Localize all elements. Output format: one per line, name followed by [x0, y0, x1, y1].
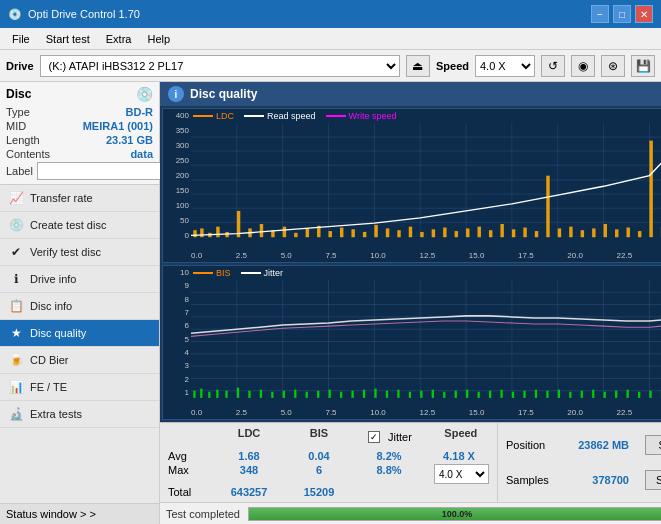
jitter-label: Jitter [388, 431, 412, 443]
progress-track: 100.0% [248, 507, 661, 521]
sidebar-item-cd-bier[interactable]: 🍺 CD Bier [0, 347, 159, 374]
stats-area: LDC BIS ✓ Jitter Speed Avg 1.68 0.04 8.2… [160, 422, 661, 502]
samples-value: 378700 [592, 474, 629, 486]
content-area: i Disc quality LDC Read speed [160, 82, 661, 524]
svg-rect-33 [351, 229, 354, 237]
max-jitter: 8.8% [364, 464, 414, 484]
svg-rect-35 [374, 225, 377, 237]
status-window[interactable]: Status window > > [0, 503, 159, 524]
sidebar-item-verify-test-disc[interactable]: ✔ Verify test disc [0, 239, 159, 266]
svg-rect-49 [535, 231, 538, 237]
disc-panel: Disc 💿 Type BD-R MID MEIRA1 (001) Length… [0, 82, 159, 185]
progress-fill: 100.0% [249, 508, 661, 520]
chart2-legend: BIS Jitter [193, 268, 283, 278]
svg-rect-98 [340, 392, 342, 398]
sidebar-item-disc-info[interactable]: 📋 Disc info [0, 293, 159, 320]
svg-rect-116 [546, 391, 548, 398]
svg-rect-123 [626, 390, 628, 398]
eject-button[interactable]: ⏏ [406, 55, 430, 77]
drive-select[interactable]: (K:) ATAPI iHBS312 2 PL17 [40, 55, 400, 77]
svg-rect-112 [500, 390, 502, 398]
svg-rect-107 [443, 392, 445, 398]
label-input[interactable] [37, 162, 170, 180]
svg-rect-54 [592, 228, 595, 237]
menu-file[interactable]: File [4, 31, 38, 47]
label-key: Label [6, 165, 33, 177]
svg-rect-105 [420, 391, 422, 398]
svg-rect-101 [374, 389, 376, 398]
max-bis: 6 [294, 464, 344, 484]
sidebar-item-create-test-disc[interactable]: 💿 Create test disc [0, 212, 159, 239]
disc-quality-icon: ★ [8, 325, 24, 341]
start-full-button[interactable]: Start full [645, 435, 661, 455]
bis-header: BIS [294, 427, 344, 445]
svg-rect-21 [216, 227, 219, 238]
svg-rect-106 [432, 390, 434, 398]
sidebar-item-fe-te[interactable]: 📊 FE / TE [0, 374, 159, 401]
sidebar-item-label: Verify test disc [30, 246, 101, 258]
length-value: 23.31 GB [106, 134, 153, 146]
titlebar: 💿 Opti Drive Control 1.70 − □ ✕ [0, 0, 661, 28]
svg-rect-32 [340, 228, 343, 238]
save-button[interactable]: 💾 [631, 55, 655, 77]
svg-rect-29 [306, 228, 309, 237]
drive-info-icon: ℹ [8, 271, 24, 287]
drivebar: Drive (K:) ATAPI iHBS312 2 PL17 ⏏ Speed … [0, 50, 661, 82]
contents-label: Contents [6, 148, 50, 160]
sidebar-item-disc-quality[interactable]: ★ Disc quality [0, 320, 159, 347]
avg-jitter: 8.2% [364, 450, 414, 462]
menu-help[interactable]: Help [139, 31, 178, 47]
minimize-button[interactable]: − [591, 5, 609, 23]
mid-label: MID [6, 120, 26, 132]
svg-rect-92 [271, 392, 273, 398]
sidebar-item-label: CD Bier [30, 354, 69, 366]
disc-section-label: Disc [6, 87, 31, 101]
fe-te-icon: 📊 [8, 379, 24, 395]
menu-extra[interactable]: Extra [98, 31, 140, 47]
max-ldc: 348 [224, 464, 274, 484]
progress-label: 100.0% [442, 509, 473, 519]
speed-select-stats[interactable]: 4.0 X [434, 464, 489, 484]
charts-container: LDC Read speed Write speed 4003503002502… [160, 106, 661, 422]
sidebar-item-label: Disc quality [30, 327, 86, 339]
svg-rect-125 [649, 391, 651, 398]
legend-bis: BIS [193, 268, 231, 278]
jitter-checkbox[interactable]: ✓ [368, 431, 380, 443]
svg-rect-45 [489, 230, 492, 237]
sidebar-item-extra-tests[interactable]: 🔬 Extra tests [0, 401, 159, 428]
status-window-label: Status window > > [6, 508, 96, 520]
svg-rect-91 [260, 390, 262, 398]
disc-quality-header: i Disc quality [160, 82, 661, 106]
svg-rect-40 [432, 229, 435, 237]
svg-rect-99 [351, 391, 353, 398]
speed-select[interactable]: 4.0 X [475, 55, 535, 77]
svg-rect-120 [592, 390, 594, 398]
svg-rect-87 [216, 390, 218, 398]
maximize-button[interactable]: □ [613, 5, 631, 23]
length-label: Length [6, 134, 40, 146]
svg-rect-121 [604, 392, 606, 398]
settings-button[interactable]: ⊛ [601, 55, 625, 77]
svg-rect-44 [478, 227, 481, 238]
legend-write-speed: Write speed [326, 111, 397, 121]
sidebar-item-drive-info[interactable]: ℹ Drive info [0, 266, 159, 293]
app-title: Opti Drive Control 1.70 [28, 8, 140, 20]
chart2-x-axis: 0.02.55.07.510.012.515.017.520.022.525.0… [191, 408, 661, 417]
svg-rect-119 [581, 391, 583, 398]
close-button[interactable]: ✕ [635, 5, 653, 23]
svg-rect-56 [615, 229, 618, 237]
svg-rect-84 [193, 391, 195, 398]
position-label: Position [506, 439, 545, 451]
sidebar-item-transfer-rate[interactable]: 📈 Transfer rate [0, 185, 159, 212]
sidebar-item-label: Extra tests [30, 408, 82, 420]
record-button[interactable]: ◉ [571, 55, 595, 77]
start-part-button[interactable]: Start part [645, 470, 661, 490]
chart1-x-axis: 0.02.55.07.510.012.515.017.520.022.525.0… [191, 251, 661, 260]
svg-rect-110 [478, 392, 480, 398]
sidebar-item-label: Drive info [30, 273, 76, 285]
type-value: BD-R [126, 106, 154, 118]
transfer-rate-icon: 📈 [8, 190, 24, 206]
menu-start-test[interactable]: Start test [38, 31, 98, 47]
svg-rect-19 [200, 228, 203, 237]
refresh-button[interactable]: ↺ [541, 55, 565, 77]
